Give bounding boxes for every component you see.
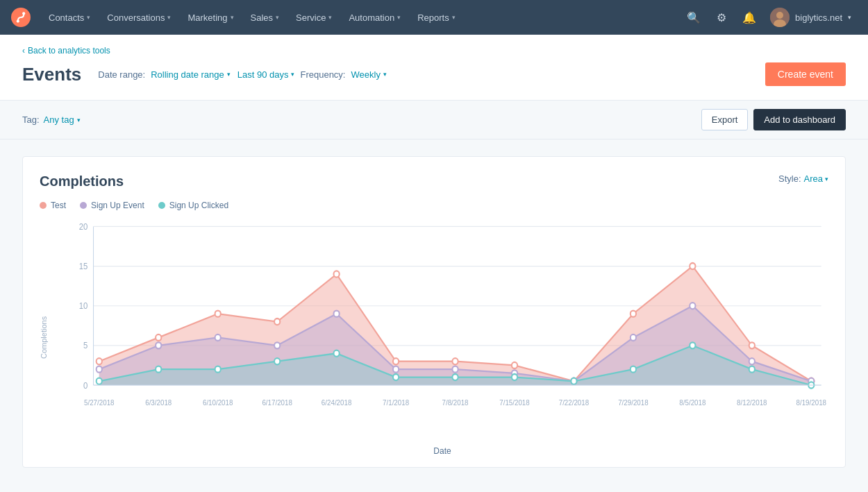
svg-text:8/12/2018: 8/12/2018: [737, 398, 767, 407]
test-point-0: [97, 358, 102, 364]
svg-text:7/15/2018: 7/15/2018: [499, 398, 530, 407]
test-point-9: [631, 311, 636, 317]
svg-text:6/24/2018: 6/24/2018: [322, 398, 352, 407]
legend-dot-signup-event: [80, 202, 87, 209]
breadcrumb[interactable]: ‹ Back to analytics tools: [22, 46, 846, 56]
chart-wrapper: Completions 20 15 10 5 0 5/27/2018 6/3/2…: [40, 219, 828, 456]
page-header: ‹ Back to analytics tools Events Date ra…: [0, 35, 868, 101]
notifications-icon[interactable]: 🔔: [737, 5, 762, 30]
tag-row: Tag: Any tag▾ Export Add to dashboard: [0, 101, 868, 139]
svg-text:7/29/2018: 7/29/2018: [618, 398, 649, 407]
svg-text:7/1/2018: 7/1/2018: [383, 398, 409, 407]
signup-event-point-9: [631, 334, 636, 341]
svg-text:5: 5: [83, 341, 88, 351]
signup-event-point-3: [274, 342, 280, 348]
add-to-dashboard-button[interactable]: Add to dashboard: [753, 109, 846, 130]
test-point-2: [215, 311, 221, 317]
test-point-3: [274, 319, 280, 325]
signup-event-point-4: [333, 311, 339, 317]
settings-icon[interactable]: ⚙: [709, 5, 734, 30]
signup-event-point-5: [393, 366, 399, 373]
tag-actions: Export Add to dashboard: [701, 109, 846, 130]
frequency-dropdown[interactable]: Weekly▾: [350, 67, 388, 83]
tag-filter: Tag: Any tag▾: [22, 114, 81, 125]
legend-test: Test: [40, 201, 66, 210]
last-days-dropdown[interactable]: Last 90 days▾: [236, 67, 297, 83]
filter-group: Date range: Rolling date range▾ Last 90 …: [98, 67, 749, 83]
breadcrumb-arrow: ‹: [22, 46, 25, 56]
date-range-dropdown[interactable]: Rolling date range▾: [149, 67, 232, 83]
signup-clicked-point-5: [393, 374, 399, 380]
svg-point-4: [776, 12, 783, 19]
svg-text:10: 10: [79, 301, 88, 312]
legend-signup-clicked: Sign Up Clicked: [158, 201, 228, 210]
main-chart-svg: 20 15 10 5 0 5/27/2018 6/3/2018 6/10/201…: [56, 219, 828, 441]
style-label: Style:: [778, 173, 801, 184]
chart-container: Completions Style: Area▾ Test Sign Up Ev…: [22, 156, 846, 468]
svg-text:0: 0: [83, 380, 88, 391]
legend-dot-signup-clicked: [158, 202, 165, 209]
nav-marketing[interactable]: Marketing▾: [181, 8, 240, 27]
svg-text:7/22/2018: 7/22/2018: [559, 398, 590, 407]
breadcrumb-label: Back to analytics tools: [28, 46, 110, 56]
test-point-5: [393, 358, 399, 364]
test-point-7: [512, 362, 517, 368]
legend-label-signup-clicked: Sign Up Clicked: [169, 201, 228, 210]
nav-automation[interactable]: Automation▾: [342, 8, 408, 27]
signup-clicked-point-0: [97, 378, 102, 384]
style-selector: Style: Area▾: [778, 173, 828, 184]
legend-label-test: Test: [51, 201, 66, 210]
hubspot-logo[interactable]: [11, 8, 31, 27]
avatar: [770, 8, 790, 27]
tag-dropdown[interactable]: Any tag▾: [44, 114, 81, 125]
signup-event-point-6: [452, 366, 458, 373]
tag-label: Tag:: [22, 114, 40, 125]
svg-text:6/17/2018: 6/17/2018: [262, 398, 292, 407]
chart-legend: Test Sign Up Event Sign Up Clicked: [40, 201, 828, 210]
legend-signup-event: Sign Up Event: [80, 201, 144, 210]
nav-sales[interactable]: Sales▾: [244, 8, 287, 27]
nav-conversations[interactable]: Conversations▾: [100, 8, 178, 27]
signup-clicked-point-3: [274, 358, 280, 364]
search-icon[interactable]: 🔍: [681, 5, 706, 30]
svg-text:8/19/2018: 8/19/2018: [796, 398, 827, 407]
svg-text:6/3/2018: 6/3/2018: [145, 398, 172, 407]
signup-clicked-point-9: [631, 366, 636, 373]
chart-area: 20 15 10 5 0 5/27/2018 6/3/2018 6/10/201…: [56, 219, 828, 456]
signup-event-point-10: [690, 303, 695, 309]
export-button[interactable]: Export: [701, 109, 749, 130]
signup-clicked-point-11: [749, 366, 755, 373]
test-point-6: [452, 358, 458, 364]
frequency-label: Frequency:: [300, 69, 345, 80]
signup-clicked-point-1: [156, 366, 161, 373]
nav-reports[interactable]: Reports▾: [410, 8, 462, 27]
signup-event-point-11: [749, 358, 755, 364]
test-point-4: [333, 271, 339, 277]
style-dropdown[interactable]: Area▾: [804, 173, 828, 184]
signup-clicked-point-10: [690, 342, 695, 348]
svg-point-2: [17, 20, 19, 23]
svg-point-1: [22, 12, 25, 15]
signup-clicked-point-2: [215, 366, 221, 373]
svg-text:6/10/2018: 6/10/2018: [203, 398, 233, 407]
y-axis-label: Completions: [40, 219, 52, 456]
date-range-label: Date range:: [98, 69, 145, 80]
svg-text:20: 20: [79, 221, 88, 232]
signup-clicked-point-7: [512, 374, 517, 380]
nav-contacts[interactable]: Contacts▾: [42, 8, 97, 27]
signup-clicked-point-8: [571, 378, 576, 384]
create-event-button[interactable]: Create event: [765, 62, 846, 86]
chart-title: Completions: [40, 173, 124, 189]
legend-label-signup-event: Sign Up Event: [91, 201, 144, 210]
svg-text:15: 15: [79, 262, 88, 272]
signup-event-point-1: [156, 342, 161, 348]
svg-text:8/5/2018: 8/5/2018: [679, 398, 706, 407]
signup-clicked-point-4: [333, 350, 339, 357]
signup-clicked-point-6: [452, 374, 458, 380]
svg-text:7/8/2018: 7/8/2018: [442, 398, 469, 407]
x-axis-label: Date: [56, 446, 828, 456]
test-point-11: [749, 342, 755, 348]
user-menu[interactable]: biglytics.net ▾: [765, 5, 857, 30]
chart-header: Completions Style: Area▾: [40, 173, 828, 189]
nav-service[interactable]: Service▾: [289, 8, 339, 27]
